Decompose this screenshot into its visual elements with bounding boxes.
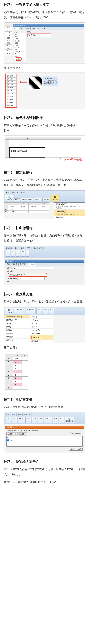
qr-code xyxy=(29,76,42,90)
ribbon-tab-view[interactable]: 视图 xyxy=(5,191,11,194)
tab-font[interactable]: 字体 xyxy=(25,27,31,30)
less-than-menu[interactable]: 小于(L)... xyxy=(30,318,53,322)
has-header-checkbox[interactable] xyxy=(70,432,71,434)
zoom-button[interactable]: 🔍显示比例 xyxy=(5,195,13,201)
tip5-text: 选取第2行，视图 - 冻结窗格 - 冻结首行（或选取第2行 - 冻结窗格）冻结后… xyxy=(4,177,85,188)
equal-to-menu[interactable]: 等于(E)... xyxy=(30,325,53,328)
edit-links-button[interactable]: 编辑链接 xyxy=(18,417,26,423)
tip6-title: 技巧6、打印标题行 xyxy=(4,226,85,230)
tip9-text1: 在excel中输入符号最快的方式就是利用 alt+数字 的方式，比如输入√，你可… xyxy=(4,467,85,477)
unselect-all-button[interactable]: 取消全选(U) xyxy=(15,432,27,436)
freeze-split-menu[interactable]: 冻结拆分窗格(F)滚动工作表其余部分时，保持行和列可见(基于当前的选择)。 xyxy=(54,202,85,210)
data-bars-menu[interactable]: 数据条(D) xyxy=(4,322,30,325)
remove-dup-dialog-title: 删除重复项 xyxy=(6,426,83,429)
advanced-button[interactable]: 高级 xyxy=(53,417,58,423)
zoom-100-button[interactable]: 100% xyxy=(14,198,20,201)
cell-content[interactable]: excel精英培训 xyxy=(9,147,45,158)
zoom-selection-button[interactable]: 缩放到选定区域 xyxy=(21,198,33,201)
tab-align[interactable]: 对齐 xyxy=(19,27,25,30)
format-dialog-title: 设置单元格格式 xyxy=(13,24,83,27)
tab-protect[interactable]: 保护 xyxy=(42,27,48,30)
qr-info-text: Excel精英培训公众号，专业分享Excel知识，欢迎把这个公众号推荐给你的朋友 xyxy=(43,76,58,86)
ok-button[interactable]: 确定 xyxy=(69,448,76,450)
format-button[interactable]: 格式 xyxy=(49,308,54,314)
tab-border[interactable]: 边框 xyxy=(31,27,36,30)
orientation-button[interactable]: 📐 xyxy=(11,250,15,256)
text-contains-menu[interactable]: 文本包含(T)... xyxy=(30,328,53,332)
cancel-button[interactable]: 取消 xyxy=(76,448,82,450)
clear-rules-menu[interactable]: 清除规则(C) xyxy=(4,335,30,338)
more-rules-menu[interactable]: 其他规则(M)... xyxy=(30,340,53,343)
ribbon-tab-dev[interactable]: 开发工具 xyxy=(11,191,19,194)
insert-button[interactable]: 插入 xyxy=(37,308,42,314)
category-label: 分类(C): xyxy=(14,31,26,33)
duplicate-values-menu[interactable]: 重复值(D)... xyxy=(30,335,53,340)
between-menu[interactable]: 介于(B)... xyxy=(30,322,53,325)
tab-sheet[interactable]: 工作表 xyxy=(28,262,35,266)
greater-than-menu[interactable]: 大于(G)... xyxy=(30,315,53,318)
freeze-panes-button[interactable]: ▦冻结窗格 xyxy=(51,195,59,201)
col-a-checkbox[interactable] xyxy=(7,440,9,441)
tip3-result-screenshot: 编号:870 编号:895 编号:774 编号:584 编号:113 编号:34… xyxy=(4,72,85,109)
arrow-icon: ↖ xyxy=(60,157,63,161)
print-area-button[interactable]: ▦ xyxy=(21,250,25,256)
top-row-input[interactable]: $1:$1 xyxy=(20,274,46,276)
breaks-button[interactable]: ⎙ xyxy=(26,250,29,256)
freeze-top-row-menu[interactable]: 冻结首行(R)滚动工作表其余部分时，保持首行可见。 xyxy=(54,210,85,216)
tip4-screenshot: D E excel精英培训 ↖ 按 alt+回车键换行 xyxy=(4,136,85,164)
tip3-screenshot: 870 895 774 584 113 346 890 489 613 652 … xyxy=(4,22,85,64)
arrow-icon: ⟵ xyxy=(20,79,27,85)
tip3-result-label: 完成后效果： xyxy=(4,66,85,70)
tip3-title: 技巧3、一列数字前批量加汉字 xyxy=(4,2,85,7)
tip7-result-label: 显示效果： xyxy=(4,346,85,350)
conditional-format-button[interactable]: ▦条件格式 xyxy=(5,308,13,314)
tip6-screenshot: 页面布局 公式 数据 审阅 视图 开发 📄 📐 📏 ▦ ⎙ 页面设置 页面 页边… xyxy=(4,246,85,286)
manage-rules-menu[interactable]: 管理规则(R)... xyxy=(4,338,30,342)
new-window-button[interactable]: 新建窗口 xyxy=(34,198,42,201)
tip9-title: 技巧9、快速输入对号√ xyxy=(4,460,85,464)
tip7-title: 技巧7、查找重复值 xyxy=(4,292,85,296)
tab-header-footer[interactable]: 页眉/页脚 xyxy=(19,262,28,266)
tab-page[interactable]: 页面 xyxy=(6,262,11,266)
icon-sets-menu[interactable]: 图标集(I) xyxy=(4,328,30,332)
delete-button[interactable]: 删除 xyxy=(43,308,48,314)
tab-number[interactable]: 数字 xyxy=(13,27,19,30)
format-code-input[interactable]: "编号:"000 xyxy=(28,34,51,37)
page-setup-dialog-title: 页面设置 xyxy=(6,260,83,262)
sort-button[interactable]: 排序 xyxy=(26,417,32,423)
reapply-button[interactable]: 重新应用 xyxy=(44,417,52,423)
clear-button[interactable]: 清除 xyxy=(38,417,43,423)
remove-duplicates-button[interactable]: ▦删除重复项 xyxy=(65,417,74,423)
date-occurring-menu[interactable]: 发生日期(A)... xyxy=(30,332,53,335)
tip4-text: 在单元格中某个字符后按alt+回车键，即可强制把光标换到下一行中。 xyxy=(4,123,85,133)
properties-button[interactable]: 属性 xyxy=(12,417,17,423)
top-bottom-menu[interactable]: 项目选取规则(T) xyxy=(4,318,30,322)
callout-text: 按 alt+回车键换行 xyxy=(64,158,82,161)
arrange-all-button[interactable]: 全部重排 xyxy=(42,198,50,201)
tip4-title: 技巧4、单元格内强制换行 xyxy=(4,116,85,120)
size-button[interactable]: 📏 xyxy=(16,250,20,256)
table-format-button[interactable]: 套用表格格式 xyxy=(14,308,25,314)
tip6-text: 如果想在打印时每一页都显示标题，页面布局 - 打印标题 - 首端标题行：设置要显… xyxy=(4,233,85,243)
new-rule-menu[interactable]: 新建规则(N)... xyxy=(4,332,30,335)
connections-button[interactable]: 连接 xyxy=(6,417,11,423)
color-scales-menu[interactable]: 色阶(S) xyxy=(4,325,30,328)
custom-category[interactable]: 自定义 xyxy=(15,58,22,61)
tip8-text: 选取含重复值的单元格区域，数据 - 删除重复值。 xyxy=(4,404,85,410)
filter-button[interactable]: 筛选 xyxy=(32,417,37,423)
tip9-text2: 按alt不松，然后按小键盘的数字键：41420 xyxy=(4,480,85,484)
tip8-title: 技巧8、删除重复值 xyxy=(4,397,85,402)
select-all-button[interactable]: 全选(A) xyxy=(7,432,15,436)
text-to-columns-button[interactable]: 分列 xyxy=(59,417,64,423)
margins-button[interactable]: 📄 xyxy=(6,250,10,256)
tip7-result-table: AB 1姓名 2A 3B 4C 5A 6D 7E 8F 9E 10 xyxy=(4,352,85,391)
freeze-first-col-menu[interactable]: 冻结首列(C) xyxy=(54,216,85,219)
highlight-rules-menu[interactable]: 突出显示单元格规则(H) xyxy=(4,315,30,318)
tip7-screenshot: ▦条件格式 套用表格格式 单元格样式 插入 删除 格式 突出显示单元格规则(H)… xyxy=(4,306,85,343)
ribbon-tab-addin[interactable]: 加载项 xyxy=(20,191,27,194)
cell-styles-button[interactable]: 单元格样式 xyxy=(26,308,35,314)
tab-fill[interactable]: 填充 xyxy=(36,27,42,30)
tab-margins[interactable]: 页边距 xyxy=(11,262,19,266)
tip3-text: 选取数字列，按ctrl+数字1打开单元格格式设置窗口 - 数字 - 自定义，在右… xyxy=(4,10,85,20)
tip7-text: 选取数据区域 - 开始 - 条件格式 - 突出显示单元格规则 - 重复值。 xyxy=(4,299,85,304)
